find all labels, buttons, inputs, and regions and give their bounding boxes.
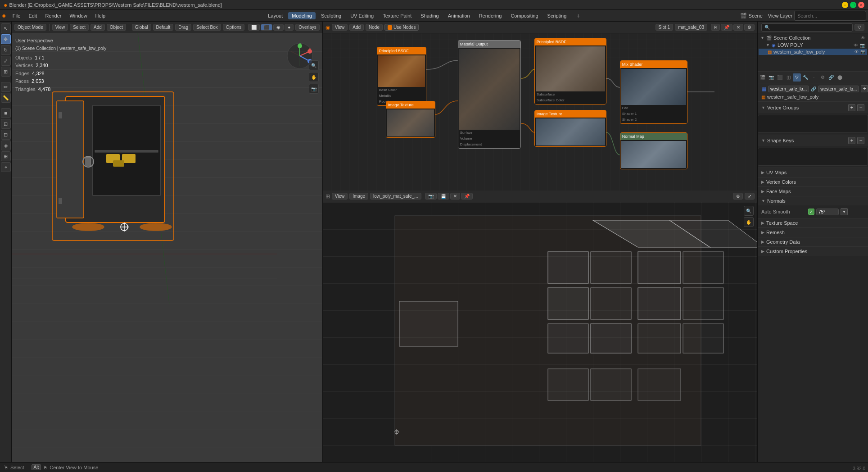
particle-icon[interactable]: ·	[810, 73, 818, 82]
geometry-data-header[interactable]: ▶ Geometry Data	[758, 237, 868, 246]
node-delete-btn[interactable]: ✕	[733, 24, 743, 31]
drag-btn[interactable]: Drag	[175, 24, 191, 31]
remove-vertex-group-btn[interactable]: −	[857, 104, 864, 111]
uv-pin-btn[interactable]: 📌	[461, 193, 473, 200]
add-cube-tool[interactable]: ■	[1, 108, 11, 118]
view-layer-icon[interactable]: ◫	[784, 73, 792, 82]
uv-image-menu[interactable]: Image	[349, 193, 368, 200]
scale-tool[interactable]: ⤢	[1, 56, 11, 66]
material-preview-btn[interactable]: ◉	[273, 24, 284, 31]
ws-rendering[interactable]: Rendering	[475, 12, 506, 19]
maximize-button[interactable]: □	[850, 2, 856, 8]
mode-selector[interactable]: Object Mode	[14, 24, 46, 31]
auto-smooth-angle[interactable]: 75°	[816, 209, 839, 215]
extrude-tool[interactable]: ⊡	[1, 119, 11, 129]
select-box-btn[interactable]: Select Box	[193, 24, 221, 31]
node-box-2[interactable]: Image Texture	[386, 101, 435, 138]
node-box-4[interactable]: Principled BSDF Subsurface Subsurface Co…	[534, 38, 606, 104]
close-button[interactable]: ×	[858, 2, 864, 8]
texture-space-header[interactable]: ▶ Texture Space	[758, 218, 868, 227]
viewport-canvas[interactable]: User Perspective (1) Scene Collection | …	[12, 33, 322, 462]
remesh-header[interactable]: ▶ Remesh	[758, 228, 868, 237]
outliner-search[interactable]	[761, 23, 853, 32]
ws-layout[interactable]: Layout	[264, 12, 286, 19]
uv-image-selector[interactable]: low_poly_mat_safe_...	[370, 193, 421, 200]
move-tool[interactable]: ✥	[1, 34, 11, 44]
uv-view-menu[interactable]: View	[332, 193, 348, 200]
mesh-name1-field[interactable]: western_safe_lo...	[768, 86, 809, 92]
node-settings-btn[interactable]: ⚙	[744, 24, 755, 31]
minimize-button[interactable]: −	[842, 2, 848, 8]
zoom-icon[interactable]: 🔍	[309, 60, 319, 70]
uv-zoom-in[interactable]: 🔍	[744, 206, 754, 216]
uv-delete-btn[interactable]: ✕	[450, 193, 460, 200]
ws-uv-editing[interactable]: UV Editing	[347, 12, 377, 19]
mesh-eye[interactable]: 👁	[854, 50, 859, 54]
normals-header[interactable]: ▼ Normals	[758, 196, 868, 205]
scene-eye-icon[interactable]: 👁	[861, 36, 865, 41]
overlays-btn[interactable]: Overlays	[295, 24, 319, 31]
scene-props-icon[interactable]: 🎬	[759, 73, 767, 82]
pan-icon[interactable]: ✋	[309, 72, 319, 82]
orientation-selector[interactable]: Global	[132, 24, 151, 31]
ws-scripting[interactable]: Scripting	[544, 12, 570, 19]
uv-zoom-btn[interactable]: ⊕	[733, 193, 743, 200]
select-menu[interactable]: Select	[70, 24, 89, 31]
render-props-icon[interactable]: 📷	[767, 73, 775, 82]
ws-modeling[interactable]: Modeling	[288, 12, 316, 19]
scene-collection-header[interactable]: ▼ 🎬 Scene Collection 👁	[759, 34, 867, 41]
solid-shading-btn[interactable]: ⬛	[261, 24, 272, 31]
header-search[interactable]	[794, 11, 866, 21]
auto-smooth-checkbox[interactable]: ✓	[808, 209, 814, 215]
modifier-icon[interactable]: 🔧	[801, 73, 809, 82]
menu-help[interactable]: Help	[92, 12, 109, 19]
cursor-tool[interactable]: ↖	[1, 23, 11, 33]
menu-render[interactable]: Render	[41, 12, 65, 19]
measure-tool[interactable]: 📏	[1, 93, 11, 103]
knife-tool[interactable]: ⌖	[1, 162, 11, 172]
ws-compositing[interactable]: Compositing	[507, 12, 542, 19]
node-box-6[interactable]: Mix Shader Fac Shader 1 Shader 2	[620, 60, 687, 124]
lowpoly-render[interactable]: 📷	[860, 43, 865, 48]
mesh-name2-field[interactable]: western_safe_lo...	[818, 86, 859, 92]
add-vertex-group-btn[interactable]: +	[848, 104, 855, 111]
ws-sculpting[interactable]: Sculpting	[317, 12, 345, 19]
wire-shading-btn[interactable]: ⬜	[248, 24, 260, 31]
menu-file[interactable]: File	[9, 12, 24, 19]
physics-icon[interactable]: ⚙	[818, 73, 827, 82]
options-btn[interactable]: Options	[223, 24, 244, 31]
transform-tool[interactable]: ⊞	[1, 67, 11, 77]
add-menu[interactable]: Add	[90, 24, 105, 31]
outliner-filter-btn[interactable]: ▽	[854, 24, 864, 31]
uv-hand[interactable]: ✋	[744, 217, 754, 227]
uv-save-btn[interactable]: 💾	[438, 193, 449, 200]
ws-animation[interactable]: Animation	[444, 12, 474, 19]
slot-selector[interactable]: Slot 1	[656, 24, 674, 31]
rotate-tool[interactable]: ↻	[1, 45, 11, 55]
node-box-1[interactable]: Principled BSDF Base Color Metallic Roug…	[377, 47, 426, 106]
camera-icon[interactable]: 📷	[309, 84, 319, 94]
constraint-icon[interactable]: 🔗	[827, 73, 835, 82]
uv-fullscreen-btn[interactable]: ⤢	[745, 193, 755, 200]
node-node-menu[interactable]: Node	[366, 24, 383, 31]
object-data-icon[interactable]: ▽	[793, 73, 801, 82]
inset-tool[interactable]: ⊟	[1, 130, 11, 140]
loop-cut-tool[interactable]: ⊞	[1, 151, 11, 161]
mesh-render[interactable]: 📷	[860, 50, 865, 54]
mesh-item[interactable]: ▦ western_safe_low_poly 👁 📷	[759, 49, 867, 55]
annotate-tool[interactable]: ✏	[1, 82, 11, 92]
snap-selector[interactable]: Default	[153, 24, 174, 31]
mat-name-btn[interactable]: mat_safe_03	[675, 24, 707, 31]
add-workspace-button[interactable]: +	[572, 12, 584, 19]
uv-maps-header[interactable]: ▶ UV Maps	[758, 168, 868, 177]
node-box-7[interactable]: Normal Map	[620, 132, 687, 169]
shape-keys-header[interactable]: ▼ Shape Keys + −	[758, 135, 868, 146]
menu-edit[interactable]: Edit	[25, 12, 41, 19]
rendered-btn[interactable]: ●	[285, 24, 294, 31]
node-pin-btn[interactable]: 📌	[721, 24, 732, 31]
node-view-menu[interactable]: View	[332, 24, 348, 31]
view-menu[interactable]: View	[52, 24, 68, 31]
material-icon[interactable]: ⬤	[836, 73, 844, 82]
mesh-new-btn[interactable]: +	[861, 85, 868, 92]
node-canvas[interactable]: Principled BSDF Base Color Metallic Roug…	[323, 33, 757, 202]
